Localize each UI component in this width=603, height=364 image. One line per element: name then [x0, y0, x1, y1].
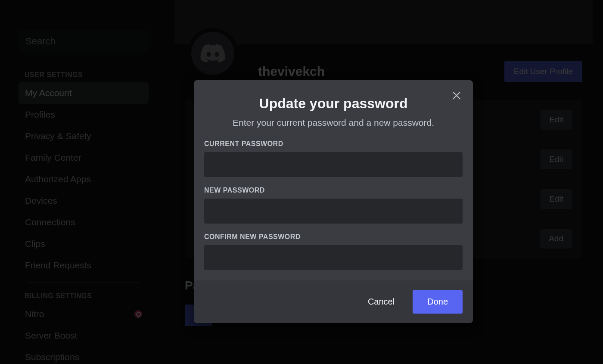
modal-subtitle: Enter your current password and a new pa…	[204, 118, 463, 128]
new-password-label: New Password	[204, 187, 463, 194]
new-password-input[interactable]	[204, 199, 463, 224]
close-icon[interactable]	[451, 89, 463, 101]
cancel-button[interactable]: Cancel	[368, 297, 395, 307]
confirm-new-password-label: Confirm New Password	[204, 233, 463, 241]
current-password-label: Current Password	[204, 140, 463, 148]
current-password-input[interactable]	[204, 152, 463, 177]
update-password-modal: Update your password Enter your current …	[194, 80, 473, 323]
modal-title: Update your password	[204, 96, 463, 112]
modal-footer: Cancel Done	[194, 280, 473, 323]
confirm-new-password-input[interactable]	[204, 245, 463, 270]
done-button[interactable]: Done	[413, 290, 463, 314]
